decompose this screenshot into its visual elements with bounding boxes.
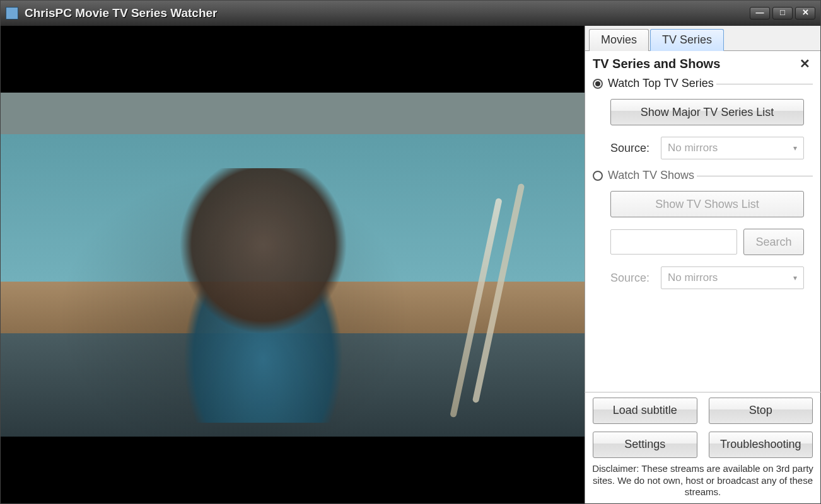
search-row: Search — [610, 229, 804, 255]
video-player[interactable] — [1, 26, 585, 503]
tab-movies[interactable]: Movies — [589, 29, 649, 51]
radio-watch-tv-shows[interactable]: Watch TV Shows — [593, 169, 697, 182]
window-title: ChrisPC Movie TV Series Watcher — [25, 6, 750, 20]
source-row-shows: Source: No mirrors ▾ — [610, 266, 804, 289]
group-watch-top-tv-series: Watch Top TV Series Show Major TV Series… — [593, 84, 813, 167]
radio-watch-top-tv-series[interactable]: Watch Top TV Series — [593, 77, 716, 90]
source-label: Source: — [610, 272, 655, 285]
source-row-top: Source: No mirrors ▾ — [610, 137, 804, 159]
sidebar: Movies TV Series TV Series and Shows ✕ W… — [585, 26, 820, 503]
app-window: ChrisPC Movie TV Series Watcher — □ ✕ Mo… — [0, 0, 821, 504]
bottom-button-bar: Load subtitle Stop Settings Troubleshoot… — [585, 392, 820, 462]
troubleshooting-button[interactable]: Troubleshooting — [709, 432, 813, 458]
load-subtitle-button[interactable]: Load subtitle — [593, 398, 697, 424]
tab-tv-series[interactable]: TV Series — [650, 29, 724, 51]
chevron-down-icon: ▾ — [793, 144, 797, 152]
settings-button[interactable]: Settings — [593, 432, 697, 458]
radio-label: Watch Top TV Series — [608, 77, 714, 90]
source-select-value: No mirrors — [668, 272, 718, 284]
close-button[interactable]: ✕ — [795, 7, 815, 20]
show-tv-shows-list-button: Show TV Shows List — [610, 191, 804, 217]
search-button: Search — [743, 229, 804, 255]
titlebar: ChrisPC Movie TV Series Watcher — □ ✕ — [1, 1, 820, 26]
panel-close-icon[interactable]: ✕ — [797, 56, 813, 71]
group-top-content: Show Major TV Series List Source: No mir… — [593, 99, 813, 167]
minimize-button[interactable]: — — [750, 7, 770, 20]
radio-icon — [593, 79, 603, 89]
panel-title: TV Series and Shows — [593, 57, 720, 71]
source-label: Source: — [610, 142, 655, 155]
group-shows-content: Show TV Shows List Search Source: No mir… — [593, 191, 813, 297]
app-icon — [6, 7, 18, 20]
show-major-tv-series-list-button[interactable]: Show Major TV Series List — [610, 99, 804, 125]
source-select-value: No mirrors — [668, 142, 718, 154]
group-watch-tv-shows: Watch TV Shows Show TV Shows List Search… — [593, 176, 813, 297]
video-frame — [1, 93, 585, 437]
source-select-shows: No mirrors ▾ — [661, 266, 804, 289]
radio-icon — [593, 171, 603, 181]
panel-header: TV Series and Shows ✕ — [593, 56, 813, 71]
tab-bar: Movies TV Series — [585, 26, 820, 51]
stop-button[interactable]: Stop — [709, 398, 813, 424]
chevron-down-icon: ▾ — [793, 273, 797, 282]
disclaimer-text: Disclaimer: These streams are available … — [585, 462, 820, 503]
radio-label: Watch TV Shows — [608, 169, 694, 182]
maximize-button[interactable]: □ — [772, 7, 793, 20]
content-area: Movies TV Series TV Series and Shows ✕ W… — [1, 26, 820, 503]
source-select-top[interactable]: No mirrors ▾ — [661, 137, 804, 159]
window-controls: — □ ✕ — [750, 7, 815, 20]
search-input — [610, 229, 737, 255]
tv-series-panel: TV Series and Shows ✕ Watch Top TV Serie… — [585, 51, 820, 391]
